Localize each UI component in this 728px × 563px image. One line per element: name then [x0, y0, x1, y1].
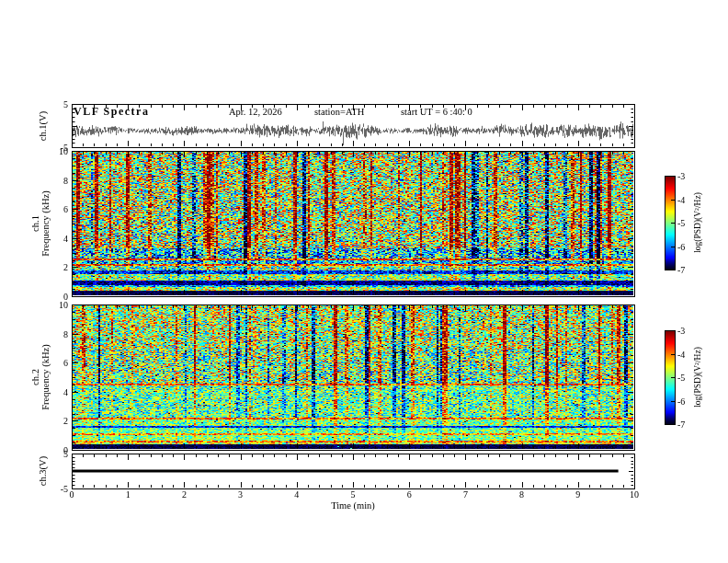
x-tick-label: 0	[70, 489, 74, 500]
colorbar-tick-label: -5	[677, 218, 685, 228]
freq-tick-label: 8	[63, 328, 68, 339]
station-label: station=ATH	[314, 107, 364, 117]
ch1-freq-unit-label: Frequency (kHz)	[40, 190, 51, 256]
colorbar-tick-label: -7	[677, 419, 685, 430]
x-tick-label: 8	[519, 489, 524, 500]
volt-tick-label: 5	[63, 99, 68, 109]
freq-tick-label: 6	[63, 358, 68, 368]
x-tick-label: 4	[294, 489, 299, 500]
colorbar-tick-label: -5	[677, 373, 685, 383]
colorbar-tick-label: -3	[677, 326, 685, 336]
ch1-volt-axis-label: ch.1(V)	[38, 111, 48, 141]
freq-tick-label: 6	[63, 204, 68, 214]
x-tick-label: 2	[182, 489, 187, 500]
freq-tick-label: 10	[59, 300, 68, 310]
x-tick-label: 9	[575, 489, 580, 500]
colorbar-tick-label: -4	[677, 194, 685, 204]
freq-tick-label: 2	[63, 262, 68, 272]
volt-tick-label: 5	[63, 449, 68, 459]
x-tick-label: 3	[238, 489, 243, 500]
freq-tick-label: 4	[63, 233, 68, 243]
ch3-volt-axis-label: ch.3(V)	[38, 456, 48, 486]
x-tick-label: 7	[463, 489, 468, 500]
x-tick-label: 1	[126, 489, 131, 500]
axes-overlay-canvas	[0, 0, 728, 563]
ch2-freq-axis-label: ch.2 Frequency (kHz)	[30, 344, 51, 409]
time-axis-label: Time (min)	[331, 500, 375, 511]
ch1-channel-label: ch.1	[30, 190, 40, 256]
colorbar-tick-label: -6	[677, 241, 685, 251]
colorbar-tick-label: -6	[677, 396, 685, 406]
date-label: Apr. 12, 2026	[229, 107, 282, 117]
colorbar2-label: log(PSD)(V²/Hz)	[693, 347, 703, 408]
ch1-freq-axis-label: ch.1 Frequency (kHz)	[30, 190, 51, 256]
freq-tick-label: 4	[63, 386, 68, 396]
volt-tick-label: -5	[61, 484, 68, 494]
colorbar-tick-label: -7	[677, 265, 685, 275]
x-tick-label: 5	[351, 489, 356, 500]
plot-title: VLF Spectra	[74, 105, 149, 119]
freq-tick-label: 2	[63, 416, 68, 426]
ch2-channel-label: ch.2	[30, 344, 40, 409]
volt-tick-label: -5	[61, 143, 68, 153]
vlf-spectra-figure: VLF Spectra Apr. 12, 2026 station=ATH st…	[0, 0, 728, 563]
colorbar1-label: log(PSD)(V²/Hz)	[693, 192, 703, 253]
ch2-freq-unit-label: Frequency (kHz)	[40, 344, 51, 409]
x-tick-label: 6	[407, 489, 412, 500]
freq-tick-label: 8	[63, 175, 68, 185]
colorbar-tick-label: -3	[677, 171, 685, 181]
colorbar-tick-label: -4	[677, 349, 685, 359]
x-tick-label: 10	[630, 489, 639, 500]
start-ut-label: start UT = 6 :40: 0	[401, 107, 472, 117]
